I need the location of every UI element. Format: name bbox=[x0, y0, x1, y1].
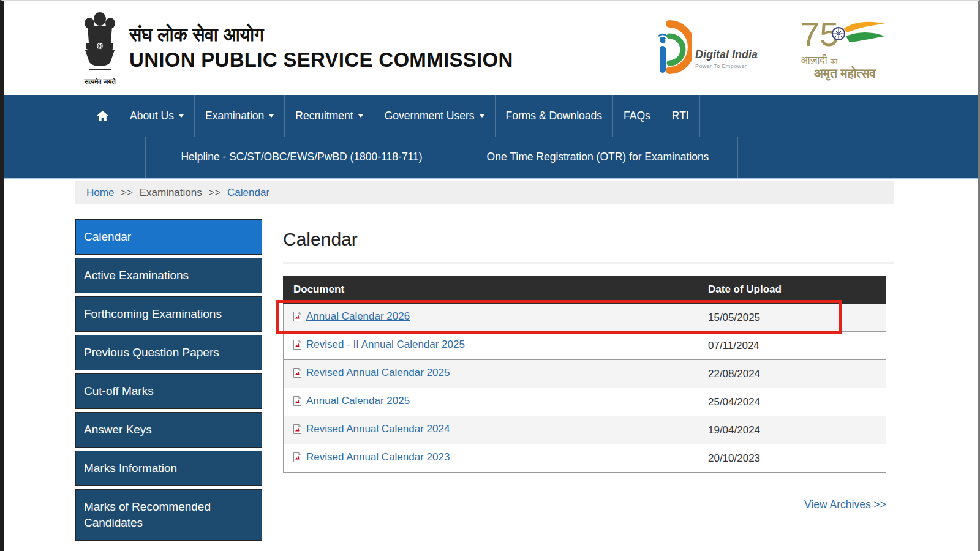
view-archives: View Archives >> bbox=[283, 498, 886, 511]
digital-india-text: Digital India Power To Empower bbox=[695, 48, 758, 69]
upsc-calendar-page: सत्यमेव जयते संघ लोक सेवा आयोग UNION PUB… bbox=[0, 0, 980, 551]
nav-label: Examination bbox=[205, 110, 264, 122]
nav-home-button[interactable] bbox=[86, 95, 119, 137]
table-row: Annual Calendar 2025 25/04/2024 bbox=[284, 388, 886, 416]
site-header: सत्यमेव जयते संघ लोक सेवा आयोग UNION PUB… bbox=[4, 1, 978, 95]
sidebar-item-answer-keys[interactable]: Answer Keys bbox=[75, 412, 262, 448]
primary-menu: About Us Examination Recruitment Governm… bbox=[4, 95, 978, 137]
caret-down-icon bbox=[480, 114, 484, 118]
document-title: Revised Annual Calendar 2024 bbox=[306, 423, 450, 435]
caret-down-icon bbox=[179, 114, 184, 118]
azadi-line1: आज़ादी का bbox=[801, 54, 886, 67]
ashoka-emblem-icon bbox=[80, 11, 119, 75]
org-titles: संघ लोक सेवा आयोग UNION PUBLIC SERVICE C… bbox=[129, 24, 513, 71]
nav-label: Forms & Downloads bbox=[506, 110, 603, 122]
main-nav: About Us Examination Recruitment Governm… bbox=[4, 95, 978, 179]
nav-label: FAQs bbox=[624, 110, 650, 122]
nav-item-examination[interactable]: Examination bbox=[194, 95, 284, 137]
upload-date: 25/04/2024 bbox=[698, 388, 886, 416]
nav-label: Recruitment bbox=[295, 110, 353, 122]
sidebar-item-calendar[interactable]: Calendar bbox=[75, 219, 262, 255]
content-area: Home >> Examinations >> Calendar Calenda… bbox=[75, 181, 894, 544]
nav-label: RTI bbox=[672, 110, 689, 122]
document-title: Annual Calendar 2025 bbox=[306, 395, 410, 407]
nav-item-otr[interactable]: One Time Registration (OTR) for Examinat… bbox=[458, 137, 738, 178]
table-row: Revised Annual Calendar 2023 20/10/2023 bbox=[284, 444, 886, 473]
documents-table: Document Date of Upload Annual Calendar … bbox=[283, 276, 886, 473]
header-logos: Digital India Power To Empower 75 आज़ाद bbox=[654, 15, 886, 81]
sidebar-item-cut-off-marks[interactable]: Cut-off Marks bbox=[75, 373, 262, 409]
breadcrumb-home-link[interactable]: Home bbox=[86, 187, 114, 198]
table-header-row: Document Date of Upload bbox=[284, 276, 886, 304]
nav-item-rti[interactable]: RTI bbox=[661, 95, 700, 137]
pdf-file-icon bbox=[293, 312, 301, 321]
document-link-annual-calendar-2026[interactable]: Annual Calendar 2026 bbox=[293, 310, 410, 323]
nav-item-recruitment[interactable]: Recruitment bbox=[284, 95, 373, 137]
nav-rows-divider bbox=[86, 137, 794, 137]
nav-item-helpline[interactable]: Helpline - SC/ST/OBC/EWS/PwBD (1800-118-… bbox=[145, 137, 458, 178]
nav-label: Government Users bbox=[385, 110, 475, 122]
caret-down-icon bbox=[269, 114, 274, 118]
digital-india-tagline: Power To Empower bbox=[695, 62, 758, 69]
upload-date: 19/04/2024 bbox=[698, 416, 886, 444]
pdf-file-icon bbox=[293, 396, 301, 406]
table-row: Revised Annual Calendar 2025 22/08/2024 bbox=[284, 360, 886, 388]
breadcrumb-separator: >> bbox=[117, 187, 137, 198]
document-link-revised-ii-annual-calendar-2025[interactable]: Revised - II Annual Calendar 2025 bbox=[293, 339, 465, 351]
home-icon bbox=[97, 110, 108, 122]
column-header-document: Document bbox=[284, 276, 698, 304]
secondary-menu: Helpline - SC/ST/OBC/EWS/PwBD (1800-118-… bbox=[4, 137, 978, 178]
upload-date: 20/10/2023 bbox=[698, 444, 886, 473]
document-link-revised-annual-calendar-2024[interactable]: Revised Annual Calendar 2024 bbox=[293, 423, 450, 435]
digital-india-title: Digital India bbox=[695, 48, 758, 61]
document-link-revised-annual-calendar-2025[interactable]: Revised Annual Calendar 2025 bbox=[293, 367, 450, 379]
breadcrumb-examinations: Examinations bbox=[140, 187, 202, 198]
digital-india-logo: Digital India Power To Empower bbox=[654, 20, 758, 77]
documents-table-wrap: Document Date of Upload Annual Calendar … bbox=[283, 276, 886, 473]
upload-date: 22/08/2024 bbox=[698, 360, 886, 388]
table-row: Revised Annual Calendar 2024 19/04/2024 bbox=[284, 416, 886, 444]
emblem-caption: सत्यमेव जयते bbox=[77, 78, 123, 86]
document-link-revised-annual-calendar-2023[interactable]: Revised Annual Calendar 2023 bbox=[293, 451, 450, 463]
azadi-line1-main: आज़ादी bbox=[801, 54, 827, 66]
nav-item-faqs[interactable]: FAQs bbox=[612, 95, 661, 137]
breadcrumb: Home >> Examinations >> Calendar bbox=[75, 181, 894, 204]
column-header-date-of-upload: Date of Upload bbox=[698, 276, 886, 304]
sidebar-item-previous-question-papers[interactable]: Previous Question Papers bbox=[75, 335, 262, 370]
azadi-line2: अमृत महोत्सव bbox=[814, 66, 886, 81]
content-columns: Calendar Active Examinations Forthcoming… bbox=[75, 219, 894, 544]
pdf-file-icon bbox=[293, 452, 301, 462]
caret-down-icon bbox=[358, 114, 363, 118]
breadcrumb-calendar-link[interactable]: Calendar bbox=[227, 187, 270, 198]
national-emblem: सत्यमेव जयते bbox=[77, 11, 123, 86]
sidebar-menu: Calendar Active Examinations Forthcoming… bbox=[75, 219, 262, 544]
org-name-hindi: संघ लोक सेवा आयोग bbox=[129, 24, 513, 46]
view-archives-link[interactable]: View Archives >> bbox=[804, 498, 886, 511]
nav-label: About Us bbox=[130, 110, 174, 122]
document-title: Revised Annual Calendar 2025 bbox=[306, 367, 450, 379]
table-row: Revised - II Annual Calendar 2025 07/11/… bbox=[284, 332, 886, 360]
nav-item-government-users[interactable]: Government Users bbox=[374, 95, 495, 137]
org-name-english: UNION PUBLIC SERVICE COMMISSION bbox=[129, 48, 513, 72]
document-link-annual-calendar-2025[interactable]: Annual Calendar 2025 bbox=[293, 395, 410, 407]
azadi-ka-amrit-mahotsav-logo: 75 आज़ादी का अमृत महोत्सव bbox=[801, 15, 886, 81]
nav-item-about-us[interactable]: About Us bbox=[119, 95, 194, 137]
document-title: Annual Calendar 2026 bbox=[306, 310, 410, 323]
nav-item-forms-downloads[interactable]: Forms & Downloads bbox=[495, 95, 613, 137]
sidebar-item-active-examinations[interactable]: Active Examinations bbox=[75, 258, 262, 293]
pdf-file-icon bbox=[293, 424, 301, 434]
azadi-line1-small: का bbox=[830, 57, 837, 66]
pdf-file-icon bbox=[293, 368, 301, 378]
sidebar-item-marks-of-recommended-candidates[interactable]: Marks of Recommended Candidates bbox=[75, 489, 262, 541]
azadi-75-flag-icon: 75 bbox=[801, 15, 886, 53]
page-title: Calendar bbox=[283, 229, 894, 264]
upload-date: 15/05/2025 bbox=[698, 304, 886, 332]
table-row: Annual Calendar 2026 15/05/2025 bbox=[284, 304, 886, 332]
breadcrumb-separator: >> bbox=[205, 187, 224, 198]
sidebar-item-marks-information[interactable]: Marks Information bbox=[75, 451, 262, 486]
pdf-file-icon bbox=[293, 340, 301, 350]
document-title: Revised Annual Calendar 2023 bbox=[306, 451, 450, 463]
sidebar-item-forthcoming-examinations[interactable]: Forthcoming Examinations bbox=[75, 296, 262, 332]
document-title: Revised - II Annual Calendar 2025 bbox=[306, 339, 465, 351]
upload-date: 07/11/2024 bbox=[698, 332, 886, 360]
